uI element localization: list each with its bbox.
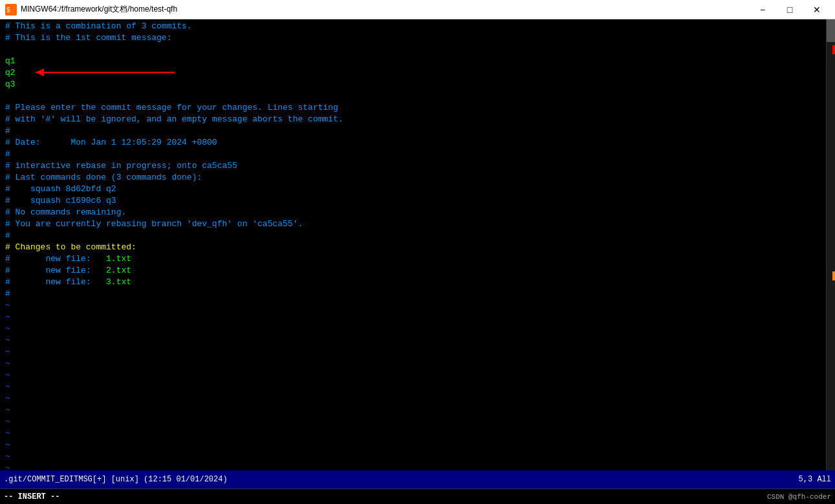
minimize-button[interactable]: − <box>750 0 775 19</box>
terminal-line <box>5 90 821 102</box>
terminal-line: ~ <box>5 323 821 335</box>
titlebar-controls: − □ ✕ <box>750 0 830 19</box>
terminal-area[interactable]: # This is a combination of 3 commits.# T… <box>0 19 835 470</box>
terminal-content: # This is a combination of 3 commits.# T… <box>3 21 832 470</box>
terminal-line: # Date: Mon Jan 1 12:05:29 2024 +0800 <box>5 137 821 149</box>
terminal-line: # squash c1690c6 q3 <box>5 195 821 207</box>
titlebar-left: $ MINGW64:/f/framework/git文档/home/test-q… <box>5 4 177 16</box>
terminal-line: # <box>5 288 821 300</box>
terminal-line: ~ <box>5 370 821 381</box>
terminal-line: q1 <box>5 56 821 67</box>
terminal-line: q2 <box>5 67 821 79</box>
terminal-line: # No commands remaining. <box>5 207 821 218</box>
close-button[interactable]: ✕ <box>804 0 830 19</box>
terminal-line: ~ <box>5 428 821 439</box>
statusbar-file: .git/COMMIT_EDITMSG[+] [unix] (12:15 01/… <box>4 475 799 484</box>
terminal-line: # new file: 1.txt <box>5 253 821 265</box>
scroll-indicator-2 <box>832 271 835 280</box>
terminal-line: # new file: 2.txt <box>5 265 821 277</box>
insert-mode-label: -- INSERT -- <box>4 492 60 501</box>
terminal-line: # with '#' will be ignored, and an empty… <box>5 114 821 125</box>
terminal-line: # Please enter the commit message for yo… <box>5 102 821 114</box>
insertbar: -- INSERT -- CSDN @qfh-coder <box>0 488 835 504</box>
terminal-line: ~ <box>5 358 821 370</box>
terminal-line: # new file: 3.txt <box>5 277 821 288</box>
terminal-line: ~ <box>5 311 821 323</box>
terminal-line: # interactive rebase in progress; onto c… <box>5 160 821 172</box>
terminal-line: ~ <box>5 404 821 416</box>
maximize-button[interactable]: □ <box>777 0 803 19</box>
watermark-label: CSDN @qfh-coder <box>767 493 831 501</box>
terminal-line: # This is the 1st commit message: <box>5 32 821 44</box>
terminal-line: # Changes to be committed: <box>5 242 821 253</box>
terminal-line: # You are currently rebasing branch 'dev… <box>5 218 821 230</box>
terminal-line <box>5 44 821 56</box>
terminal-line: ~ <box>5 393 821 404</box>
terminal-line: ~ <box>5 439 821 451</box>
terminal-line: # squash 8d62bfd q2 <box>5 184 821 195</box>
scrollbar[interactable] <box>826 19 835 470</box>
terminal-line: ~ <box>5 463 821 470</box>
terminal-line: ~ <box>5 451 821 463</box>
terminal-line: q3 <box>5 79 821 90</box>
terminal-line: # Last commands done (3 commands done): <box>5 172 821 184</box>
terminal-icon: $ <box>5 4 17 16</box>
svg-text:$: $ <box>6 6 10 14</box>
terminal-line: # <box>5 125 821 137</box>
scroll-indicator-1 <box>832 45 835 54</box>
terminal-line: ~ <box>5 300 821 311</box>
terminal-line: ~ <box>5 335 821 346</box>
terminal-line: # <box>5 149 821 160</box>
statusbar: .git/COMMIT_EDITMSG[+] [unix] (12:15 01/… <box>0 470 835 488</box>
terminal-line: # This is a combination of 3 commits. <box>5 21 821 32</box>
terminal-line: ~ <box>5 416 821 428</box>
terminal-line: # <box>5 230 821 242</box>
scrollbar-thumb[interactable] <box>827 19 835 42</box>
terminal-line: ~ <box>5 381 821 393</box>
statusbar-position: 5,3 All <box>799 475 831 484</box>
titlebar-title: MINGW64:/f/framework/git文档/home/test-qfh <box>21 4 177 15</box>
terminal-line: ~ <box>5 346 821 358</box>
titlebar: $ MINGW64:/f/framework/git文档/home/test-q… <box>0 0 835 19</box>
